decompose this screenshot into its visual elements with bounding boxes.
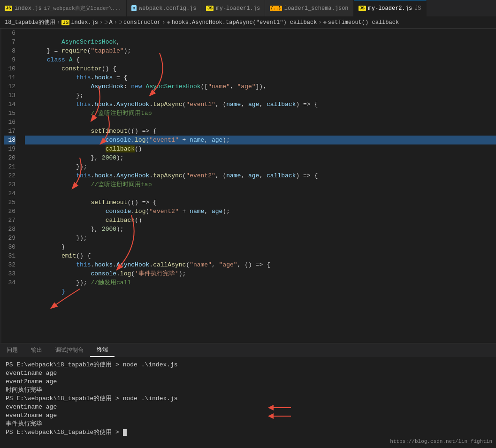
arrow-4 bbox=[56, 155, 103, 193]
tab-my-loader1[interactable]: JS my-loader1.js bbox=[201, 0, 265, 16]
tab-label: my-loader1.js bbox=[216, 5, 260, 12]
terminal-line-5: PS E:\webpack\18_tapable的使用 > node .\ind… bbox=[6, 395, 490, 403]
terminal-arrow-1 bbox=[265, 403, 293, 412]
arrow-3 bbox=[84, 113, 131, 148]
breadcrumb-sep3: ⊃ bbox=[119, 19, 122, 26]
js-icon: JS bbox=[5, 6, 12, 11]
tab-index-js[interactable]: JS index.js 17_webpack自定义loader\... bbox=[0, 0, 127, 16]
breadcrumb-item: index.js bbox=[71, 19, 98, 26]
breadcrumb-item: A bbox=[109, 19, 112, 26]
tab-label: index.js bbox=[15, 5, 42, 12]
terminal-arrow-2 bbox=[265, 411, 293, 421]
line-numbers: 6 7 8 9 10 11 12 13 14 15 16 17 18 19 20… bbox=[1, 29, 20, 343]
breadcrumb: 18_tapable的使用 › JS index.js › ⊃ A › ⊃ co… bbox=[0, 16, 496, 29]
terminal-line-2: event1name age bbox=[6, 369, 490, 378]
terminal-line-6: event1name age bbox=[6, 403, 490, 411]
webpack-icon: ⚙ bbox=[131, 5, 137, 11]
arrow-5 bbox=[94, 213, 150, 274]
breadcrumb-sep4: ◈ bbox=[167, 19, 170, 26]
watermark: https://blog.csdn.net/lin_fightin bbox=[390, 439, 492, 444]
breadcrumb-item: constructor bbox=[123, 19, 160, 26]
panel-tab-label: 输出 bbox=[31, 346, 42, 354]
panel-tabs: 问题 输出 调试控制台 终端 bbox=[0, 343, 496, 357]
js-icon: JS bbox=[359, 6, 366, 11]
tab-label: my-loader2.js bbox=[368, 5, 412, 12]
tab-label: loader1_schema.json bbox=[284, 5, 349, 12]
code-line-30: emit() { bbox=[25, 243, 496, 251]
arrow-6 bbox=[47, 287, 89, 315]
breadcrumb-icon-js: JS bbox=[61, 20, 69, 25]
panel-tab-problems[interactable]: 问题 bbox=[0, 343, 24, 357]
terminal-line-1: PS E:\webpack\18_tapable的使用 > node .\ind… bbox=[6, 361, 490, 369]
breadcrumb-sep5: ◈ bbox=[323, 19, 327, 26]
breadcrumb-item: setTimeout() callback bbox=[328, 19, 399, 26]
tab-my-loader2[interactable]: JS my-loader2.js JS bbox=[354, 0, 427, 16]
editor-area: 6 7 8 9 10 11 12 13 14 15 16 17 18 19 20… bbox=[0, 29, 496, 343]
code-line-6: AsyncSeriesHook, bbox=[25, 29, 496, 38]
breadcrumb-item: 18_tapable的使用 bbox=[5, 18, 55, 26]
panel-tab-output[interactable]: 输出 bbox=[24, 343, 49, 357]
breadcrumb-item: hooks.AsyncHook.tapAsync("event1") callb… bbox=[172, 19, 317, 26]
panel-tab-debug[interactable]: 调试控制台 bbox=[49, 343, 90, 357]
js-badge: JS bbox=[414, 5, 421, 12]
terminal-line-3: event2name age bbox=[6, 378, 490, 386]
terminal-line-9: PS E:\webpack\18_tapable的使用 > bbox=[6, 428, 490, 437]
json-icon: {..} bbox=[270, 6, 282, 11]
panel-tab-terminal[interactable]: 终端 bbox=[90, 343, 114, 357]
panel-tab-label: 调试控制台 bbox=[55, 346, 84, 354]
code-editor[interactable]: AsyncSeriesHook, } = require("tapable");… bbox=[20, 29, 496, 343]
tab-loader1-schema[interactable]: {..} loader1_schema.json bbox=[265, 0, 353, 16]
panel-tab-label: 问题 bbox=[7, 346, 18, 354]
terminal-line-8: 事件执行完毕 bbox=[6, 420, 490, 428]
code-line-9: constructor() { bbox=[25, 55, 496, 64]
tab-sublabel: 17_webpack自定义loader\... bbox=[44, 5, 122, 12]
tab-bar: JS index.js 17_webpack自定义loader\... ⚙ we… bbox=[0, 0, 496, 16]
terminal[interactable]: PS E:\webpack\18_tapable的使用 > node .\ind… bbox=[0, 357, 496, 446]
panel-tab-label: 终端 bbox=[97, 346, 108, 354]
arrow-1 bbox=[131, 51, 188, 102]
tab-label: webpack.config.js bbox=[139, 5, 196, 12]
breadcrumb-sep2: ⊃ bbox=[104, 19, 107, 26]
tab-webpack-config[interactable]: ⚙ webpack.config.js bbox=[127, 0, 202, 16]
js-icon: JS bbox=[206, 6, 214, 11]
terminal-line-7: event2name age bbox=[6, 411, 490, 420]
terminal-line-4: 时间执行完毕 bbox=[6, 386, 490, 395]
